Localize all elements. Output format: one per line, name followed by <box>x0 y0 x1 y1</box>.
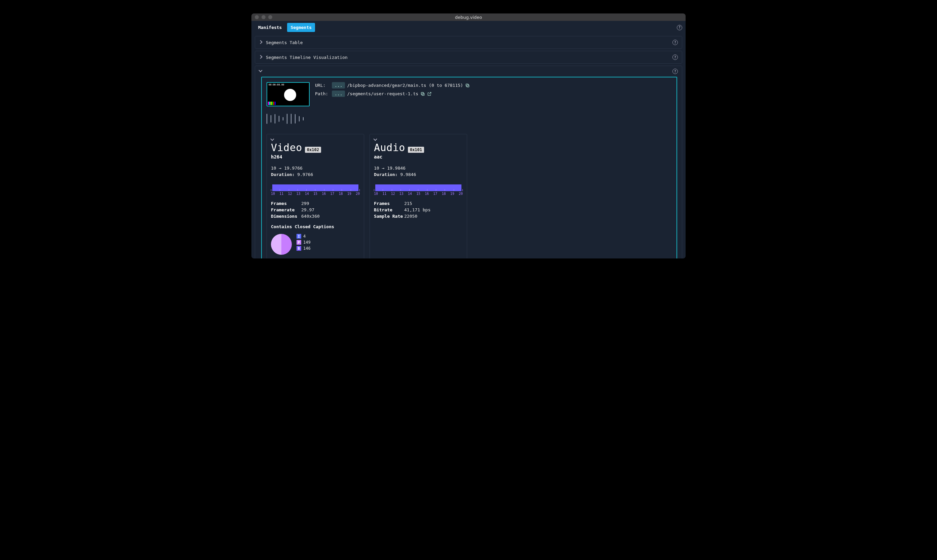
audio-card-head[interactable] <box>374 138 463 142</box>
tab-bar: Manifests Segments ? <box>251 21 686 34</box>
video-duration-label: Duration: <box>271 172 294 177</box>
path-prefix-pill[interactable]: ... <box>332 91 345 97</box>
meta-url-line: URL: ... /bipbop-advanced/gear2/main.ts … <box>315 82 470 89</box>
section-header-table[interactable]: Segments Table ? <box>255 36 682 48</box>
video-timeline-labels: 1011121314151617181920 <box>271 192 360 195</box>
audio-duration-value: 9.9846 <box>400 172 416 177</box>
meta-row: 00:00:00.00 URL: ... /bipbop-advanced/ge… <box>266 82 672 106</box>
frame-type-row: I 4 P 149 B 146 <box>271 234 360 255</box>
legend-count-I: 4 <box>303 234 306 238</box>
track-cards: Video 0x102 h264 10 → 19.9766 Duration: … <box>266 134 672 258</box>
video-codec: h264 <box>271 154 360 160</box>
path-text: /segments/user-request-1.ts <box>347 91 418 96</box>
video-cc-note: Contains Closed Captions <box>271 224 360 229</box>
segment-detail-panel: ? 00:00:00.00 URL: ... <box>255 66 682 258</box>
stat-sr-v: 22050 <box>404 214 463 219</box>
legend-box-B: B <box>297 246 301 251</box>
audio-timeline-labels: 1011121314151617181920 <box>374 192 463 195</box>
legend-box-P: P <box>297 240 301 245</box>
copy-icon[interactable] <box>420 92 425 96</box>
stat-sr-k: Sample Rate <box>374 214 404 219</box>
frame-type-pie <box>271 234 292 255</box>
audio-range: 10 → 19.9846 <box>374 166 463 171</box>
audio-stats: Frames 215 Bitrate 41,171 bps Sample Rat… <box>374 201 463 219</box>
detail-body: 00:00:00.00 URL: ... /bipbop-advanced/ge… <box>261 77 677 258</box>
audio-codec: aac <box>374 154 463 160</box>
video-duration: Duration: 9.9766 <box>271 172 360 177</box>
thumb-circle <box>284 89 296 101</box>
chevron-down-icon[interactable] <box>259 70 263 73</box>
svg-rect-3 <box>421 92 423 95</box>
svg-rect-2 <box>422 93 424 95</box>
stat-aframes-v: 215 <box>404 201 463 206</box>
frame-type-legend: I 4 P 149 B 146 <box>297 234 311 251</box>
chevron-right-icon <box>259 41 263 44</box>
tab-manifests[interactable]: Manifests <box>255 23 285 32</box>
stat-bitrate-v: 41,171 bps <box>404 207 463 212</box>
audio-card: Audio 0x101 aac 10 → 19.9846 Duration: 9… <box>369 134 467 258</box>
detail-top: ? <box>255 66 682 77</box>
stat-frames-k: Frames <box>271 201 301 206</box>
video-stats: Frames 299 Framerate 29.97 Dimensions 64… <box>271 201 360 219</box>
legend-B: B 146 <box>297 246 311 251</box>
stat-frames-v: 299 <box>301 201 360 206</box>
video-range: 10 → 19.9766 <box>271 166 360 171</box>
audio-duration: Duration: 9.9846 <box>374 172 463 177</box>
path-label: Path: <box>315 91 330 96</box>
legend-I: I 4 <box>297 234 311 238</box>
url-text: /bipbop-advanced/gear2/main.ts (0 to 678… <box>347 83 463 88</box>
section-header-timeline[interactable]: Segments Timeline Visualization ? <box>255 51 682 63</box>
meta-path-line: Path: ... /segments/user-request-1.ts <box>315 91 470 97</box>
stat-dims-k: Dimensions <box>271 214 301 219</box>
help-icon[interactable]: ? <box>677 25 682 30</box>
url-prefix-pill[interactable]: ... <box>332 82 345 89</box>
legend-P: P 149 <box>297 240 311 245</box>
titlebar: debug.video <box>251 14 686 21</box>
stat-bitrate-k: Bitrate <box>374 207 404 212</box>
external-link-icon[interactable] <box>427 92 432 96</box>
svg-rect-0 <box>467 85 469 87</box>
video-card: Video 0x102 h264 10 → 19.9766 Duration: … <box>266 134 364 258</box>
video-title: Video <box>271 142 302 154</box>
chevron-down-icon <box>271 138 274 142</box>
segment-thumbnail[interactable]: 00:00:00.00 <box>266 82 310 106</box>
section-segments-table: Segments Table ? <box>255 36 682 49</box>
help-icon[interactable]: ? <box>672 69 678 74</box>
url-label: URL: <box>315 83 330 88</box>
thumb-timecode: 00:00:00.00 <box>269 83 284 86</box>
stat-aframes-k: Frames <box>374 201 404 206</box>
copy-icon[interactable] <box>465 83 470 88</box>
stat-dims-v: 640x360 <box>301 214 360 219</box>
window-title: debug.video <box>251 15 686 20</box>
video-timeline: 1011121314151617181920 <box>271 185 360 195</box>
section-segments-timeline: Segments Timeline Visualization ? <box>255 51 682 64</box>
app-window: debug.video Manifests Segments ? Segment… <box>251 14 686 258</box>
stat-framerate-v: 29.97 <box>301 207 360 212</box>
legend-count-B: 146 <box>303 246 311 251</box>
video-timeline-ticks <box>271 189 360 191</box>
video-pid-badge: 0x102 <box>305 147 321 153</box>
audio-timeline: 1011121314151617181920 <box>374 185 463 195</box>
audio-timeline-ticks <box>374 189 463 191</box>
legend-count-P: 149 <box>303 240 311 245</box>
thumb-colorbars <box>268 102 275 105</box>
tab-segments[interactable]: Segments <box>287 23 315 32</box>
audio-duration-label: Duration: <box>374 172 397 177</box>
section-title-timeline: Segments Timeline Visualization <box>266 55 348 60</box>
audio-pid-badge: 0x101 <box>408 147 424 153</box>
help-icon[interactable]: ? <box>672 40 678 45</box>
audio-title: Audio <box>374 142 405 154</box>
legend-box-I: I <box>297 234 301 238</box>
meta-lines: URL: ... /bipbop-advanced/gear2/main.ts … <box>315 82 470 97</box>
svg-rect-1 <box>466 84 468 86</box>
stat-framerate-k: Framerate <box>271 207 301 212</box>
chevron-down-icon <box>374 138 377 142</box>
content: Manifests Segments ? Segments Table ? Se… <box>251 21 686 258</box>
audio-waveform <box>266 113 672 125</box>
video-duration-value: 9.9766 <box>297 172 313 177</box>
video-card-head[interactable] <box>271 138 360 142</box>
chevron-right-icon <box>259 55 263 59</box>
section-title-table: Segments Table <box>266 40 303 45</box>
help-icon[interactable]: ? <box>672 54 678 60</box>
